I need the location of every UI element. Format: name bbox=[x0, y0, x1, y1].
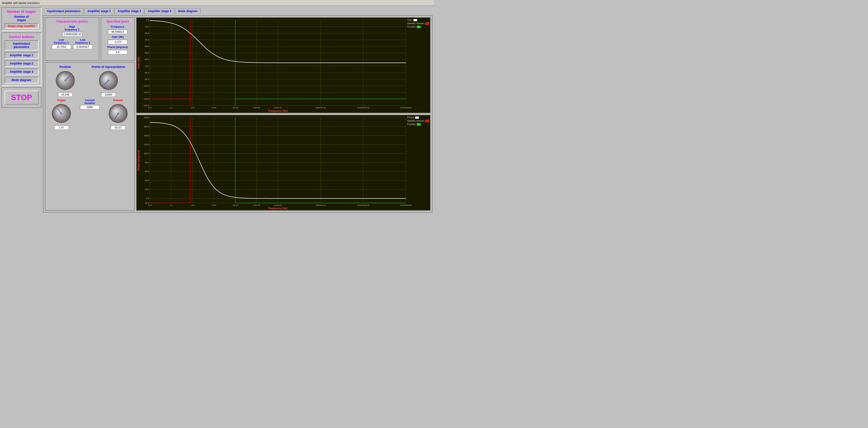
current-iteration-label: Currentiteration bbox=[85, 99, 95, 104]
charts-area: Gain Stability domain Pozition bbox=[136, 17, 431, 211]
nav-btn-stage3[interactable]: Amplifier stage 3 bbox=[5, 68, 38, 75]
char-points-inner: Highfrequency 1 3.0449102E+8 Lowfrequenc… bbox=[47, 25, 97, 49]
position-value[interactable]: 33.249 bbox=[58, 92, 72, 97]
legend-gain: Gain bbox=[407, 19, 429, 21]
legend-phase-label: Phase bbox=[407, 116, 414, 119]
specified-point-container: Specified point Frequency 98.848023 Gain… bbox=[101, 17, 135, 61]
legend-phase: Phase bbox=[407, 116, 429, 119]
trigger-knob[interactable] bbox=[51, 103, 72, 124]
current-iteration-value: 9999 bbox=[80, 105, 99, 109]
trigger-knob-group: Trigger 1.87 bbox=[51, 99, 72, 130]
tab-stage1[interactable]: Amplifier stage 1 bbox=[84, 8, 114, 14]
knobs-area: Position 33.249 Points of representation bbox=[45, 62, 135, 211]
sp-gain-value: -3.273 bbox=[108, 40, 127, 44]
position-knob-title: Position bbox=[59, 65, 71, 69]
stage-selector-dropdown[interactable]: Single stage amplifier bbox=[5, 23, 38, 29]
nav-btn-stage1[interactable]: Amplifier stage 1 bbox=[5, 52, 38, 59]
control-buttons-section: Control buttons Input/output parameters … bbox=[1, 32, 41, 86]
domain-knob-group: Domain 95.07 bbox=[107, 99, 129, 130]
gain-chart-container: Gain Stability domain Pozition bbox=[136, 17, 431, 113]
phase-stability-legend-box bbox=[425, 120, 429, 122]
number-of-stages-subtitle: Number ofstages bbox=[14, 15, 29, 22]
low-freq1-label: Lowfrequency 1 bbox=[54, 38, 69, 44]
legend-phase-position-label: Pozition bbox=[407, 123, 416, 126]
number-of-stages-title: Number of stages bbox=[7, 10, 36, 13]
legend-phase-position: Pozition bbox=[407, 123, 429, 126]
stability-legend-box bbox=[425, 22, 429, 25]
sidebar: Number of stages Number ofstages Single … bbox=[1, 7, 41, 212]
char-points-title: Characteristic points bbox=[47, 20, 97, 23]
title-bar: Amplifier with bipolar transistors bbox=[0, 0, 434, 6]
legend-position-label: Pozition bbox=[407, 26, 416, 28]
current-iteration-group: Currentiteration 9999 bbox=[80, 99, 99, 109]
domain-knob[interactable] bbox=[107, 103, 129, 124]
control-buttons-title: Control buttons bbox=[9, 35, 34, 39]
low-freq2-value: 0.0928427 bbox=[73, 45, 92, 49]
points-knob-title: Points of representation bbox=[92, 65, 125, 69]
position-legend-box bbox=[417, 26, 421, 28]
gain-chart-legend: Gain Stability domain Pozition bbox=[407, 19, 429, 28]
high-freq1-value: 3.0449102E+8 bbox=[62, 32, 82, 36]
position-knob[interactable] bbox=[54, 70, 76, 91]
specified-point-title: Specified point bbox=[103, 20, 132, 23]
trigger-knob-title: Trigger bbox=[57, 99, 66, 102]
tab-io[interactable]: Input/output parameters bbox=[44, 8, 84, 14]
trigger-value[interactable]: 1.87 bbox=[54, 125, 69, 130]
phase-position-legend-box bbox=[417, 123, 421, 126]
points-knob-group: Points of representation 10000 bbox=[92, 65, 125, 97]
position-knob-group: Position 33.249 bbox=[54, 65, 76, 97]
main-container: Number of stages Number ofstages Single … bbox=[0, 6, 434, 214]
tab-stage2[interactable]: Amplifier stage 2 bbox=[115, 8, 144, 14]
high-freq1-label: Highfrequency 1 bbox=[65, 25, 80, 31]
nav-btn-stage2[interactable]: Amplifier stage 2 bbox=[5, 60, 38, 67]
phase-chart bbox=[136, 115, 430, 210]
gain-legend-box bbox=[413, 19, 417, 21]
main-panel: Characteristic points Highfrequency 1 3.… bbox=[43, 15, 433, 213]
points-value[interactable]: 10000 bbox=[101, 92, 116, 97]
legend-phase-stability-label: Stability domain bbox=[407, 120, 424, 122]
legend-position: Pozition bbox=[407, 26, 429, 28]
sp-phase-label: Phase [degrees] bbox=[107, 45, 128, 48]
domain-value[interactable]: 95.07 bbox=[111, 125, 125, 130]
top-boxes: Characteristic points Highfrequency 1 3.… bbox=[45, 17, 135, 61]
char-points-container: Characteristic points Highfrequency 1 3.… bbox=[45, 17, 99, 61]
sp-freq-value: 98.848023 bbox=[108, 30, 127, 34]
tab-bode[interactable]: Bode diagram bbox=[175, 8, 200, 14]
gain-chart bbox=[136, 18, 430, 113]
points-knob[interactable] bbox=[97, 70, 119, 91]
phase-legend-box bbox=[415, 117, 419, 119]
phase-chart-container: Phase Stability domain Pozition bbox=[136, 115, 431, 211]
nav-btn-bode[interactable]: Bode diagram bbox=[5, 77, 38, 84]
legend-stability: Stability domain bbox=[407, 22, 429, 25]
stop-section: STOP bbox=[1, 87, 41, 108]
tab-stage3[interactable]: Amplifier stage 3 bbox=[145, 8, 175, 14]
sp-phase-value: 0.9 bbox=[108, 50, 127, 54]
left-panel: Characteristic points Highfrequency 1 3.… bbox=[45, 17, 135, 211]
low-freq2-label: Lowfrequency 2 bbox=[75, 38, 90, 44]
nav-btn-io[interactable]: Input/output parameters bbox=[5, 40, 38, 51]
tab-bar: Input/output parameters Amplifier stage … bbox=[43, 7, 433, 14]
legend-phase-stability: Stability domain bbox=[407, 120, 429, 122]
stop-button[interactable]: STOP bbox=[5, 91, 38, 104]
sp-freq-label: Frequency bbox=[111, 25, 124, 28]
phase-chart-legend: Phase Stability domain Pozition bbox=[407, 116, 429, 126]
low-freq1-value: 15.7052 bbox=[52, 45, 71, 49]
sp-gain-label: Gain [db] bbox=[112, 35, 123, 38]
domain-knob-title: Domain bbox=[113, 99, 123, 102]
app-title: Amplifier with bipolar transistors bbox=[2, 1, 39, 4]
number-of-stages-section: Number of stages Number ofstages Single … bbox=[1, 7, 41, 31]
legend-gain-label: Gain bbox=[407, 19, 412, 21]
content-area: Input/output parameters Amplifier stage … bbox=[43, 7, 433, 212]
legend-stability-label: Stability domain bbox=[407, 22, 424, 25]
